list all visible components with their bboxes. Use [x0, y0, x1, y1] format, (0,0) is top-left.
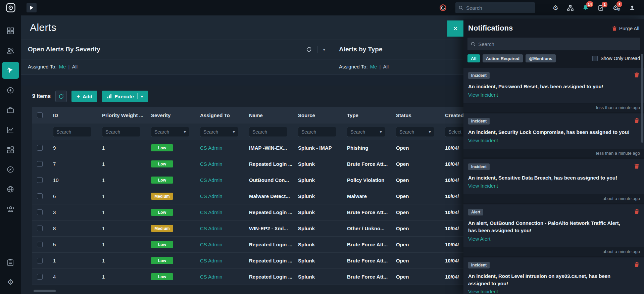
- refresh-icon[interactable]: [306, 47, 312, 52]
- table-row[interactable]: 91LowCS AdminIMAP -WIN-EX...Splunk - IMA…: [32, 140, 488, 156]
- manage-gears-icon[interactable]: ⚙⚙ 1: [612, 4, 621, 11]
- tasks-icon[interactable]: 1: [598, 5, 604, 11]
- notif-filter-all[interactable]: All: [467, 54, 480, 62]
- cell-type: Brute Force Att...: [341, 209, 390, 215]
- row-checkbox[interactable]: [37, 177, 43, 183]
- row-checkbox[interactable]: [37, 193, 43, 199]
- notifications-bell-icon[interactable]: 14: [582, 4, 589, 11]
- sidebar-item-reports[interactable]: [2, 254, 19, 271]
- user-profile-icon[interactable]: [629, 5, 635, 11]
- assigned-me-link[interactable]: Me: [59, 64, 66, 69]
- sidebar-item-cases[interactable]: [2, 101, 19, 118]
- notification-view-link[interactable]: View Alert: [468, 236, 639, 244]
- column-header-name[interactable]: Name: [243, 112, 292, 118]
- show-only-unread-checkbox[interactable]: [592, 56, 598, 61]
- sidebar-item-user-groups[interactable]: [2, 200, 19, 217]
- sidebar-item-apps[interactable]: [2, 141, 19, 158]
- sidebar-item-dashboard[interactable]: [2, 22, 19, 39]
- global-search-input[interactable]: [466, 5, 532, 11]
- row-checkbox[interactable]: [37, 161, 43, 167]
- sidebar-item-threat-intel[interactable]: [2, 181, 19, 198]
- row-checkbox[interactable]: [37, 145, 43, 151]
- column-header-priority-weight[interactable]: Priority Weight ...: [96, 112, 145, 118]
- table-row[interactable]: 51LowCS AdminRepeated Login ...SplunkBru…: [32, 237, 488, 253]
- notifications-scrollbar[interactable]: [641, 54, 643, 143]
- cell-assigned-to-link[interactable]: CS Admin: [194, 161, 243, 167]
- notification-view-link[interactable]: View Incident: [468, 92, 639, 100]
- sidebar-item-settings[interactable]: ⚙: [2, 274, 19, 291]
- column-filter-assigned-to[interactable]: Search▾: [200, 127, 238, 137]
- column-filter-id[interactable]: Search: [53, 127, 91, 137]
- column-filter-name[interactable]: Search: [249, 127, 287, 137]
- table-row[interactable]: 81MediumCS AdminWIN-EP2 - Xml...SplunkOt…: [32, 220, 488, 237]
- sidebar-item-respond[interactable]: [2, 62, 19, 79]
- table-row[interactable]: 101LowCS AdminOutBound Con...SplunkPolic…: [32, 172, 488, 188]
- column-filter-priority-weight[interactable]: Search: [102, 127, 140, 137]
- row-checkbox[interactable]: [37, 274, 43, 280]
- cell-assigned-to-link[interactable]: CS Admin: [194, 193, 243, 199]
- column-header-severity[interactable]: Severity: [145, 112, 194, 118]
- global-search[interactable]: [455, 2, 535, 13]
- table-refresh-button[interactable]: [55, 91, 67, 102]
- column-header-id[interactable]: ID: [47, 112, 96, 118]
- cell-assigned-to-link[interactable]: CS Admin: [194, 274, 243, 280]
- row-checkbox[interactable]: [37, 226, 43, 231]
- notification-view-link[interactable]: View Incident: [468, 138, 639, 145]
- execute-button[interactable]: Execute ▾: [102, 91, 148, 102]
- notification-view-link[interactable]: View Incident: [468, 289, 639, 294]
- select-all-checkbox[interactable]: [37, 112, 43, 118]
- table-row[interactable]: 71LowCS AdminRepeated Login ...SplunkBru…: [32, 156, 488, 172]
- notifications-search-input[interactable]: [478, 41, 637, 47]
- cell-assigned-to-link[interactable]: CS Admin: [194, 258, 243, 263]
- app-logo[interactable]: [0, 3, 21, 13]
- column-header-assigned-to[interactable]: Assigned To: [194, 112, 243, 118]
- settings-gear-icon[interactable]: ⚙: [552, 4, 558, 11]
- notification-view-link[interactable]: View Incident: [468, 183, 639, 191]
- column-header-source[interactable]: Source: [292, 112, 341, 118]
- column-filter-status[interactable]: Search▾: [396, 127, 434, 137]
- delete-notification-button[interactable]: [634, 118, 639, 123]
- chevron-down-icon[interactable]: ▾: [323, 47, 325, 52]
- table-row[interactable]: 11LowCS AdminRepeated Login ...SplunkBru…: [32, 253, 488, 269]
- sidebar-item-analytics[interactable]: [2, 121, 19, 138]
- delete-notification-button[interactable]: [634, 209, 639, 214]
- column-filter-source[interactable]: Search: [298, 127, 336, 137]
- items-count: 9 Items: [32, 93, 51, 99]
- column-header-status[interactable]: Status: [390, 112, 439, 118]
- sidebar-item-teams[interactable]: [2, 42, 19, 59]
- show-only-unread-label: Show Only Unread: [600, 56, 640, 61]
- cell-assigned-to-link[interactable]: CS Admin: [194, 145, 243, 151]
- org-chart-icon[interactable]: [567, 5, 574, 11]
- assigned-all-link[interactable]: All: [383, 64, 389, 69]
- notifications-title: Notifications: [468, 24, 513, 33]
- cell-assigned-to-link[interactable]: CS Admin: [194, 209, 243, 215]
- assigned-all-link[interactable]: All: [72, 64, 78, 69]
- notif-filter-mentions[interactable]: @Mentions: [526, 54, 556, 62]
- row-checkbox[interactable]: [37, 258, 43, 263]
- row-checkbox[interactable]: [37, 242, 43, 247]
- column-header-type[interactable]: Type: [341, 112, 390, 118]
- assigned-me-link[interactable]: Me: [370, 64, 377, 69]
- table-row[interactable]: 31LowCS AdminRepeated Login ...SplunkBru…: [32, 204, 488, 220]
- column-filter-severity[interactable]: Search▾: [151, 127, 189, 137]
- sidebar-item-playbooks[interactable]: [2, 161, 19, 178]
- table-row[interactable]: 61MediumCS AdminMalware Detect...SplunkM…: [32, 188, 488, 204]
- sidebar-item-automation[interactable]: [2, 82, 19, 99]
- cell-assigned-to-link[interactable]: CS Admin: [194, 242, 243, 247]
- horizontal-scrollbar[interactable]: [34, 290, 56, 292]
- notifications-search[interactable]: [467, 38, 640, 50]
- purge-all-button[interactable]: Purge All: [612, 26, 639, 31]
- row-checkbox[interactable]: [37, 209, 43, 215]
- cell-assigned-to-link[interactable]: CS Admin: [194, 177, 243, 183]
- live-status-icon[interactable]: [439, 4, 447, 11]
- table-row[interactable]: 41LowCS AdminRepeated Login ...SplunkBru…: [32, 269, 488, 285]
- add-button[interactable]: + Add: [71, 91, 97, 102]
- close-notifications-button[interactable]: ×: [447, 20, 463, 37]
- cell-assigned-to-link[interactable]: CS Admin: [194, 226, 243, 231]
- delete-notification-button[interactable]: [634, 262, 639, 267]
- column-filter-type[interactable]: Search▾: [347, 127, 385, 137]
- delete-notification-button[interactable]: [634, 163, 639, 169]
- expand-menu-button[interactable]: [27, 3, 37, 12]
- notif-filter-action-required[interactable]: Action Required: [483, 54, 523, 62]
- delete-notification-button[interactable]: [634, 72, 639, 78]
